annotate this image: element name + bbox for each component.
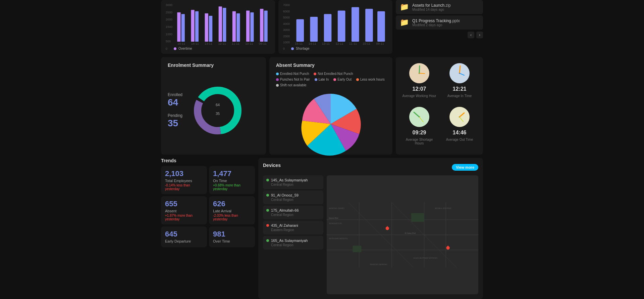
trend-value-absent: 655 — [165, 200, 203, 208]
shortage-y-axis: 70006000500040003000200010000 — [283, 3, 291, 50]
shortage-x-labels: 15-11 14-11 13-11 12-11 11-11 10-11 09-1… — [291, 42, 388, 45]
device-name-2: 175_Almullah-66 — [271, 208, 299, 212]
svg-rect-12 — [260, 9, 263, 42]
svg-text:W Oakey Blvd: W Oakey Blvd — [405, 232, 416, 234]
trends-grid: 2,103 Total Employees -0.14% less than y… — [161, 166, 255, 247]
device-name-4: 165_As Sulaymaniyah — [271, 239, 308, 243]
shortage-chart-card: 70006000500040003000200010000 — [278, 0, 392, 54]
svg-text:RANCHO OAKEY: RANCHO OAKEY — [329, 207, 344, 209]
svg-rect-9 — [236, 13, 240, 42]
overtime-chart-card: 300025002000150010005000 — [161, 0, 275, 54]
svg-rect-7 — [223, 8, 226, 42]
device-region-4: Central Region — [271, 243, 320, 247]
file-pptx-meta: Modified 2 days ago — [412, 23, 460, 27]
clock-desc-avg-out: Average Out Time — [446, 138, 473, 141]
absent-title: Absent Summary — [276, 62, 386, 68]
trend-label-early: Early Departure — [165, 239, 203, 243]
trend-late-arrival: 626 Late Arrival -2.03% less than yester… — [209, 196, 255, 224]
devices-body: 145_As Sulaymaniyah Central Region 91_Al… — [263, 175, 478, 294]
clock-avg-shortage: 09:29 Average Shortage Hours — [401, 106, 437, 150]
trend-value-ontime: 1,477 — [213, 169, 251, 178]
device-dot-0 — [266, 179, 269, 181]
files-section: 📁 Assets for Launch.zip Modified 14 days… — [396, 0, 483, 54]
device-region-1: Central Region — [271, 198, 320, 202]
map-container: RANCHO OAKEY KENSINGTON ARTESIAN HEIGHTS… — [327, 175, 478, 294]
device-item-0[interactable]: 145_As Sulaymaniyah Central Region — [263, 175, 323, 189]
svg-rect-18 — [352, 7, 359, 42]
svg-rect-2 — [191, 10, 194, 42]
trend-early-departure: 645 Early Departure — [161, 226, 207, 247]
pending-value: 35 — [168, 118, 182, 129]
donut-chart: 64 35 — [189, 82, 246, 139]
trend-value-late: 626 — [213, 200, 251, 208]
overtime-legend: Overtime — [174, 47, 270, 50]
pending-label: Pending — [168, 113, 182, 118]
file-zip-name: Assets for Launch.zip — [412, 3, 451, 8]
file-item-zip[interactable]: 📁 Assets for Launch.zip Modified 14 days… — [396, 0, 483, 14]
device-item-3[interactable]: 435_Al Zaharani Eastern Region — [263, 221, 323, 234]
overtime-bars — [174, 3, 270, 42]
svg-rect-1 — [181, 14, 185, 42]
file-next-button[interactable]: › — [476, 32, 483, 38]
device-item-1[interactable]: 91_Al Onooz_59 Central Region — [263, 190, 323, 204]
device-item-4[interactable]: 165_As Sulaymaniyah Central Region — [263, 236, 323, 250]
clock-desc-avg-in: Average In Time — [447, 94, 472, 98]
clock-time-avg-shortage: 09:29 — [413, 130, 426, 136]
svg-rect-19 — [365, 9, 373, 42]
file-item-pptx[interactable]: 📁 Q1 Progress Tracking.pptx Modified 2 d… — [396, 15, 483, 30]
svg-rect-0 — [177, 12, 180, 42]
svg-rect-51 — [411, 213, 424, 222]
svg-rect-5 — [209, 16, 212, 42]
svg-rect-11 — [250, 12, 254, 42]
trend-change-absent: +1.87% more than yesterday — [165, 214, 203, 221]
device-region-0: Central Region — [271, 183, 320, 186]
svg-rect-15 — [310, 17, 318, 42]
device-dot-2 — [266, 209, 269, 212]
file-nav: ‹ › — [396, 32, 483, 38]
file-pptx-name: Q1 Progress Tracking.pptx — [412, 18, 460, 23]
svg-rect-13 — [264, 11, 267, 42]
overtime-x-labels: 15-11 14-11 13-11 12-11 11-11 10-11 09-1… — [174, 42, 270, 45]
enrolled-value: 64 — [168, 97, 182, 108]
trend-absent: 655 Absent +1.87% more than yesterday — [161, 196, 207, 224]
clock-desc-avg-shortage: Average Shortage Hours — [401, 138, 437, 145]
svg-text:KENSINGTON: KENSINGTON — [329, 222, 341, 224]
clock-face-avg-shortage — [409, 106, 430, 128]
shortage-bars — [291, 3, 388, 42]
clock-desc-avg-working: Average Working Hour — [402, 94, 436, 98]
trend-change-total: -0.14% less than yesterday — [165, 183, 203, 191]
device-item-2[interactable]: 175_Almullah-66 Central Region — [263, 206, 323, 219]
clock-face-avg-out — [449, 106, 470, 128]
trend-value-early: 645 — [165, 230, 203, 239]
map-svg: RANCHO OAKEY KENSINGTON ARTESIAN HEIGHTS… — [327, 175, 478, 294]
device-region-2: Central Region — [271, 213, 320, 217]
devices-list: 145_As Sulaymaniyah Central Region 91_Al… — [263, 175, 323, 294]
file-prev-button[interactable]: ‹ — [468, 32, 474, 38]
svg-line-27 — [419, 66, 420, 73]
svg-rect-3 — [195, 11, 199, 42]
trend-label-overtime: Over Time — [213, 239, 251, 243]
devices-section: Devices View more 145_As Sulaymaniyah Ce… — [258, 158, 483, 299]
device-name-1: 91_Al Onooz_59 — [271, 193, 299, 197]
devices-title: Devices — [263, 163, 281, 168]
svg-line-31 — [460, 66, 460, 73]
trend-on-time: 1,477 On Time +0.68% more than yesterday — [209, 166, 255, 194]
enrolment-card: Enrolment Summary Enrolled 64 Pending 35 — [161, 57, 266, 155]
svg-text:Heston Blvd: Heston Blvd — [329, 217, 338, 219]
trend-total-employees: 2,103 Total Employees -0.14% less than y… — [161, 166, 207, 194]
svg-rect-20 — [377, 11, 385, 42]
devices-header: Devices View more — [263, 163, 478, 172]
device-dot-3 — [266, 224, 269, 227]
trend-label-absent: Absent — [165, 209, 203, 213]
svg-rect-6 — [219, 6, 222, 42]
clock-section: 12:07 Average Working Hour 12:21 Average… — [396, 57, 483, 155]
view-more-button[interactable]: View more — [452, 164, 478, 171]
absent-pie-chart — [276, 90, 386, 158]
clock-avg-in: 12:21 Average In Time — [441, 62, 478, 102]
device-dot-1 — [266, 194, 269, 197]
svg-rect-8 — [232, 11, 236, 42]
svg-text:RANCHO SERENO: RANCHO SERENO — [370, 263, 387, 265]
clock-time-avg-working: 12:07 — [413, 86, 426, 92]
enrolled-label: Enrolled — [168, 92, 182, 97]
absent-legend: Enrolled-Not Punch Not Enrolled-Not Punc… — [276, 72, 386, 87]
